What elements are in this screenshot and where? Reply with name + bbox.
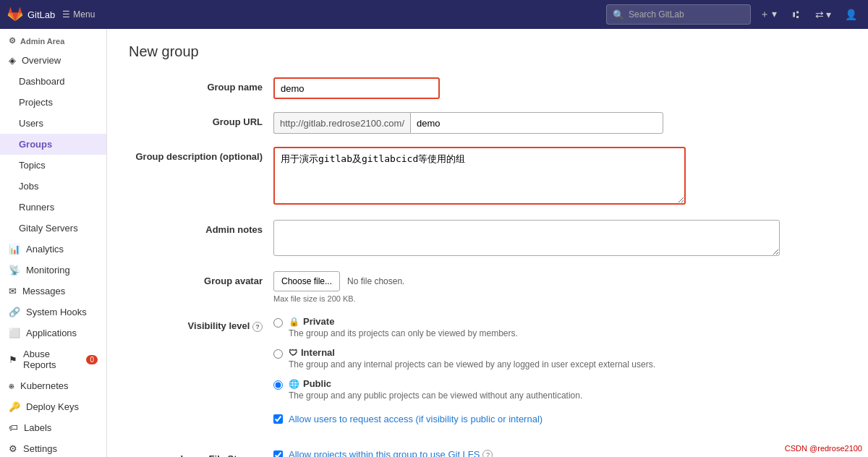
visibility-private-radio[interactable] <box>273 318 283 328</box>
visibility-internal-content: 🛡 Internal The group and any internal pr… <box>289 347 655 370</box>
main-layout: ⚙ Admin Area ◈ Overview Dashboard Projec… <box>0 29 868 457</box>
sidebar-item-settings[interactable]: ⚙ Settings <box>0 438 106 457</box>
admin-notes-label: Admin notes <box>129 220 273 235</box>
abuse-reports-badge: 0 <box>86 355 98 364</box>
user-avatar[interactable]: 👤 <box>841 4 861 25</box>
group-desc-label: Group description (optional) <box>129 147 273 162</box>
group-name-row: Group name <box>129 77 846 99</box>
group-name-content <box>273 77 846 99</box>
group-desc-row: Group description (optional) 用于演示gitlab及… <box>129 147 846 207</box>
no-file-label: No file chosen. <box>347 276 404 286</box>
choose-file-button[interactable]: Choose file... <box>273 271 340 291</box>
lfs-checkbox-label-group: Allow projects within this group to use … <box>289 449 493 457</box>
admin-icon: ⚙ <box>9 36 16 46</box>
deploy-keys-icon: 🔑 <box>9 401 20 412</box>
commit-icon-button[interactable]: ⑆ <box>786 4 806 25</box>
sidebar-item-projects[interactable]: Projects <box>0 92 106 113</box>
monitoring-icon: 📡 <box>9 265 20 276</box>
visibility-internal-title: 🛡 Internal <box>289 347 655 358</box>
visibility-public-radio[interactable] <box>273 380 283 390</box>
settings-icon: ⚙ <box>9 443 17 454</box>
messages-icon: ✉ <box>9 286 17 296</box>
lfs-checkbox-row: Allow projects within this group to use … <box>273 449 846 457</box>
sidebar-item-deploy-keys[interactable]: 🔑 Deploy Keys <box>0 396 106 417</box>
sidebar-item-dashboard[interactable]: Dashboard <box>0 71 106 92</box>
visibility-row: Visibility level ? 🔒 Private The group a… <box>129 316 846 401</box>
group-url-label: Group URL <box>129 112 273 127</box>
visibility-options-content: 🔒 Private The group and its projects can… <box>273 316 846 401</box>
visibility-internal-radio[interactable] <box>273 349 283 359</box>
sidebar-item-topics[interactable]: Topics <box>0 155 106 176</box>
group-avatar-row: Group avatar Choose file... No file chos… <box>129 271 846 303</box>
sidebar-item-overview[interactable]: ◈ Overview <box>0 50 106 71</box>
visibility-public-content: 🌐 Public The group and any public projec… <box>289 378 582 401</box>
sidebar-item-applications[interactable]: ⬜ Applications <box>0 323 106 343</box>
lfs-checkbox-label: Allow projects within this group to use … <box>289 449 493 457</box>
sidebar-item-users[interactable]: Users <box>0 113 106 134</box>
plus-icon-button[interactable]: ＋ ▾ <box>758 4 778 25</box>
sidebar: ⚙ Admin Area ◈ Overview Dashboard Projec… <box>0 29 107 457</box>
sidebar-item-system-hooks[interactable]: 🔗 System Hooks <box>0 302 106 323</box>
merge-request-icon-button[interactable]: ⇄ ▾ <box>813 4 833 25</box>
lfs-row: Large File Storage Allow projects within… <box>129 449 846 457</box>
kubernetes-icon: ⎈ <box>9 380 14 391</box>
search-box[interactable]: 🔍 <box>606 4 751 25</box>
applications-icon: ⬜ <box>9 328 20 338</box>
visibility-private-title: 🔒 Private <box>289 316 518 327</box>
sidebar-item-messages[interactable]: ✉ Messages <box>0 281 106 302</box>
allow-access-label-spacer <box>129 414 273 418</box>
group-desc-content: 用于演示gitlab及gitlabcicd等使用的组 <box>273 147 846 207</box>
visibility-public-desc: The group and any public projects can be… <box>289 390 582 401</box>
shield-icon: 🛡 <box>289 348 297 358</box>
group-url-content: http://gitlab.redrose2100.com/ <box>273 112 846 134</box>
allow-access-checkbox[interactable] <box>273 414 283 424</box>
admin-notes-row: Admin notes <box>129 220 846 258</box>
labels-icon: 🏷 <box>9 422 18 433</box>
gitlab-text: GitLab <box>27 9 55 20</box>
allow-access-label: Allow users to request access (if visibi… <box>289 414 542 424</box>
sidebar-item-jobs[interactable]: Jobs <box>0 176 106 197</box>
visibility-public-title: 🌐 Public <box>289 378 582 389</box>
admin-notes-content <box>273 220 846 258</box>
globe-icon: 🌐 <box>289 379 299 389</box>
url-suffix-input[interactable] <box>410 112 663 134</box>
lfs-label: Large File Storage <box>129 449 273 457</box>
visibility-label: Visibility level ? <box>129 316 273 332</box>
visibility-private-content: 🔒 Private The group and its projects can… <box>289 316 518 338</box>
group-name-input[interactable] <box>273 77 440 99</box>
sidebar-item-gitaly-servers[interactable]: Gitaly Servers <box>0 218 106 239</box>
avatar-file-row: Choose file... No file chosen. <box>273 271 846 291</box>
sidebar-item-analytics[interactable]: 📊 Analytics <box>0 239 106 260</box>
page-title: New group <box>129 43 846 60</box>
group-url-row: Group URL http://gitlab.redrose2100.com/ <box>129 112 846 134</box>
visibility-private-desc: The group and its projects can only be v… <box>289 328 518 338</box>
content-area: New group Group name Group URL http://gi… <box>107 29 868 457</box>
lfs-checkbox[interactable] <box>273 450 283 457</box>
lock-icon: 🔒 <box>289 317 299 327</box>
sidebar-item-monitoring[interactable]: 📡 Monitoring <box>0 260 106 281</box>
abuse-reports-icon: ⚑ <box>9 354 17 365</box>
system-hooks-icon: 🔗 <box>9 307 20 317</box>
sidebar-item-abuse-reports[interactable]: ⚑ Abuse Reports 0 <box>0 343 106 375</box>
sidebar-item-labels[interactable]: 🏷 Labels <box>0 417 106 438</box>
visibility-options: 🔒 Private The group and its projects can… <box>273 316 846 401</box>
group-avatar-label: Group avatar <box>129 271 273 286</box>
menu-button[interactable]: ☰ Menu <box>62 9 95 20</box>
analytics-icon: 📊 <box>9 244 20 255</box>
search-input[interactable] <box>629 9 744 20</box>
url-group: http://gitlab.redrose2100.com/ <box>273 112 846 134</box>
allow-access-checkbox-row: Allow users to request access (if visibi… <box>273 414 846 424</box>
visibility-help-icon[interactable]: ? <box>252 322 263 332</box>
lfs-help-icon[interactable]: ? <box>482 450 493 458</box>
gitlab-logo[interactable]: GitLab <box>7 7 55 22</box>
header: GitLab ☰ Menu 🔍 ＋ ▾ ⑆ ⇄ ▾ 👤 <box>0 0 868 29</box>
visibility-private: 🔒 Private The group and its projects can… <box>273 316 846 338</box>
group-desc-textarea[interactable]: 用于演示gitlab及gitlabcicd等使用的组 <box>273 147 686 205</box>
sidebar-item-runners[interactable]: Runners <box>0 197 106 218</box>
url-prefix: http://gitlab.redrose2100.com/ <box>273 112 410 134</box>
overview-icon: ◈ <box>9 55 16 66</box>
visibility-internal-desc: The group and any internal projects can … <box>289 359 655 370</box>
sidebar-item-kubernetes[interactable]: ⎈ Kubernetes <box>0 375 106 396</box>
admin-notes-textarea[interactable] <box>273 220 780 256</box>
sidebar-item-groups[interactable]: Groups <box>0 134 106 155</box>
